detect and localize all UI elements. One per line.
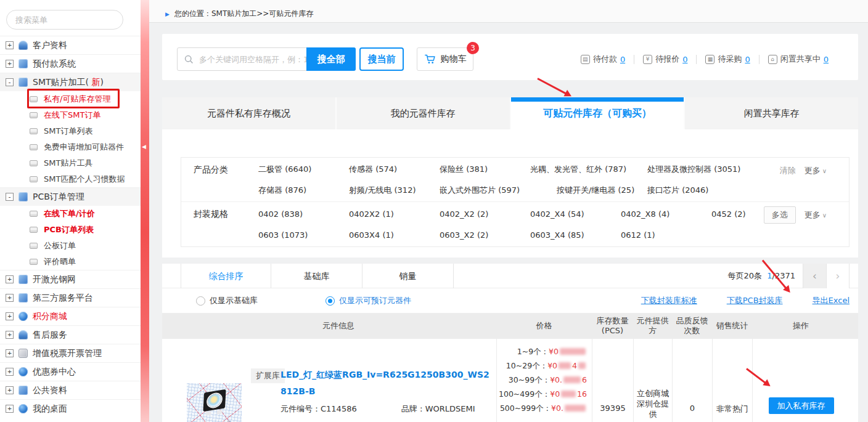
sidebar-item-smt-order-list[interactable]: SMT订单列表 <box>0 123 141 139</box>
sidebar-item-my-desktop[interactable]: + 我的桌面 <box>0 399 141 418</box>
more-packages-link[interactable]: 更多∨ <box>805 209 827 221</box>
tab-private-stock-overview[interactable]: 元器件私有库存概况 <box>162 97 337 129</box>
sidebar-item-public-board-order[interactable]: 公板订单 <box>0 238 141 254</box>
tab-my-components[interactable]: 我的元器件库存 <box>337 97 511 129</box>
sort-bar: 综合排序 基础库 销量 每页20条 1/2371 ‹ › <box>162 264 858 288</box>
expand-icon[interactable]: + <box>6 368 14 376</box>
expand-icon[interactable]: + <box>6 41 14 49</box>
package-option[interactable]: 0612 (1) <box>621 230 711 240</box>
sidebar-item-customer-info[interactable]: + 客户资料 <box>0 36 141 54</box>
cell-stock-qty: 39395 <box>592 339 633 422</box>
package-option[interactable]: 0402X2 (1) <box>349 209 440 219</box>
sidebar-item-third-party-platform[interactable]: + 第三方服务平台 <box>0 288 141 307</box>
package-option[interactable]: 0603 (1073) <box>258 230 349 240</box>
sort-basic-library[interactable]: 基础库 <box>271 264 362 288</box>
package-option[interactable]: 0603X4 (1) <box>349 230 440 240</box>
expand-icon[interactable]: + <box>6 331 14 339</box>
download-pcb-library-link[interactable]: 下载PCB封装库 <box>727 295 783 306</box>
category-option[interactable]: 射频/无线电 (312) <box>349 185 440 196</box>
pending-purchase-link[interactable]: ▦ 待采购 0 <box>705 54 750 65</box>
prev-page-button[interactable]: ‹ <box>803 264 826 288</box>
expand-icon[interactable]: + <box>6 386 14 394</box>
sidebar-item-pcb-order-mgmt[interactable]: - PCB订单管理 <box>0 187 141 206</box>
sidebar-item-vat-invoice[interactable]: + 增值税票开票管理 <box>0 344 141 362</box>
export-excel-link[interactable]: 导出Excel <box>813 295 850 306</box>
package-option[interactable]: 0603_X2 (2) <box>440 230 530 240</box>
status-count[interactable]: 0 <box>620 55 625 64</box>
sidebar-item-smt-tools[interactable]: SMT贴片工具 <box>0 155 141 171</box>
category-option[interactable]: 传感器 (574) <box>349 164 440 175</box>
sidebar-item-laser-stencil[interactable]: + 开激光钢网 <box>0 270 141 288</box>
search-all-button[interactable]: 搜全部 <box>306 47 356 71</box>
inventory-tabs: 元器件私有库存概况 我的元器件库存 可贴元件库存（可购买） 闲置共享库存 <box>162 97 858 129</box>
radio-orderable-only[interactable]: 仅显示可预订元器件 <box>326 295 411 306</box>
sidebar-item-online-smt-order[interactable]: 在线下SMT订单 <box>0 107 141 123</box>
sidebar-item-smt-personal-data[interactable]: SMT匹配个人习惯数据 <box>0 171 141 187</box>
sidebar-item-public-resources[interactable]: + 公共资料 <box>0 381 141 399</box>
expand-icon[interactable]: + <box>6 405 14 413</box>
tab-idle-shared-stock[interactable]: 闲置共享库存 <box>685 97 858 129</box>
radio-basic-library-only[interactable]: 仅显示基础库 <box>196 295 258 306</box>
tab-mountable-stock[interactable]: 可贴元件库存（可购买） <box>511 97 686 129</box>
category-option[interactable]: 嵌入式外围芯片 (597) <box>440 185 557 196</box>
component-photo[interactable]: 0 cm 0 cm <box>187 383 242 422</box>
category-option[interactable]: 接口芯片 (2046) <box>647 185 738 196</box>
sidebar-search-input[interactable] <box>15 15 120 25</box>
sidebar-search-box[interactable] <box>6 10 123 30</box>
category-option[interactable]: 二极管 (6640) <box>258 164 349 175</box>
part-name-link[interactable]: LED_灯_红绿蓝RGB_Iv=R625G1250B300_WS2812B-B <box>280 367 493 400</box>
status-count[interactable]: 0 <box>745 55 750 64</box>
expand-icon[interactable]: + <box>6 349 14 357</box>
category-option[interactable]: 处理器及微控制器 (3051) <box>647 164 744 175</box>
category-option[interactable]: 存储器 (876) <box>258 185 349 196</box>
radio-selected-icon[interactable] <box>326 296 335 306</box>
cart-count-badge: 3 <box>467 42 479 54</box>
multi-select-button[interactable]: 多选 <box>764 206 796 224</box>
package-option[interactable]: 0402_X2 (2) <box>440 209 530 219</box>
sort-comprehensive[interactable]: 综合排序 <box>181 264 271 288</box>
search-current-button[interactable]: 搜当前 <box>359 47 404 71</box>
pending-quote-link[interactable]: ¥ 待报价 0 <box>643 54 687 65</box>
package-option[interactable]: 0402_X4 (54) <box>530 209 621 219</box>
collapse-icon[interactable]: - <box>6 193 14 201</box>
download-footprint-standard-link[interactable]: 下载封装库标准 <box>641 295 697 306</box>
expand-icon[interactable]: + <box>6 312 14 320</box>
collapse-icon[interactable]: - <box>6 78 14 86</box>
pending-payment-link[interactable]: ▤ 待付款 0 <box>581 54 625 65</box>
expand-icon[interactable]: + <box>6 275 14 283</box>
status-count[interactable]: 0 <box>824 55 829 64</box>
package-option[interactable]: 0603_X4 (85) <box>530 230 621 240</box>
idle-sharing-link[interactable]: ⌂ 闲置共享中 0 <box>768 54 829 65</box>
status-label: 待报价 <box>655 54 679 65</box>
redacted-price <box>561 391 576 397</box>
category-option[interactable]: 按键开关/继电器 (25) <box>557 185 647 196</box>
package-option[interactable]: 0402 (838) <box>258 209 349 219</box>
clear-filter-link[interactable]: 清除 <box>780 165 796 176</box>
sidebar-item-review-share[interactable]: 评价晒单 <box>0 254 141 270</box>
category-option[interactable]: 光耦、发光管、红外 (787) <box>530 164 647 175</box>
filter-box: 产品分类 二极管 (6640) 传感器 (574) 保险丝 (381) 光耦、发… <box>181 157 850 247</box>
expand-icon[interactable]: + <box>6 60 14 68</box>
sidebar-item-prepayment[interactable]: + 预付款系统 <box>0 54 141 73</box>
expand-icon[interactable]: + <box>6 294 14 302</box>
cart-button[interactable]: 购物车 3 <box>417 47 473 71</box>
keyword-search-box[interactable]: 搜全部 <box>177 47 356 71</box>
keyword-search-input[interactable] <box>194 55 306 64</box>
sidebar-item-points-mall[interactable]: + 积分商城 <box>0 307 141 325</box>
add-to-private-stock-button[interactable]: 加入私有库存 <box>769 397 834 414</box>
category-option[interactable]: 保险丝 (381) <box>440 164 530 175</box>
sidebar-item-pcb-order-list[interactable]: PCB订单列表 <box>0 222 141 238</box>
next-page-button[interactable]: › <box>826 264 850 288</box>
sidebar-item-label: PCB订单管理 <box>33 192 84 203</box>
sidebar-item-after-sales[interactable]: + 售后服务 <box>0 325 141 344</box>
more-categories-link[interactable]: 更多∨ <box>805 165 827 176</box>
sidebar-item-coupon-center[interactable]: + 优惠券中心 <box>0 362 141 381</box>
sidebar-collapse-handle[interactable]: ◀ <box>141 0 149 422</box>
pending-payment-icon: ▤ <box>581 55 590 64</box>
sort-sales-volume[interactable]: 销量 <box>362 264 454 288</box>
sidebar-item-online-order-quote[interactable]: 在线下单/计价 <box>0 206 141 222</box>
sidebar-item-free-apply-parts[interactable]: 免费申请增加可贴器件 <box>0 139 141 155</box>
radio-icon[interactable] <box>196 296 205 306</box>
package-option[interactable]: 0402_X8 (4) <box>621 209 711 219</box>
status-count[interactable]: 0 <box>682 55 687 64</box>
